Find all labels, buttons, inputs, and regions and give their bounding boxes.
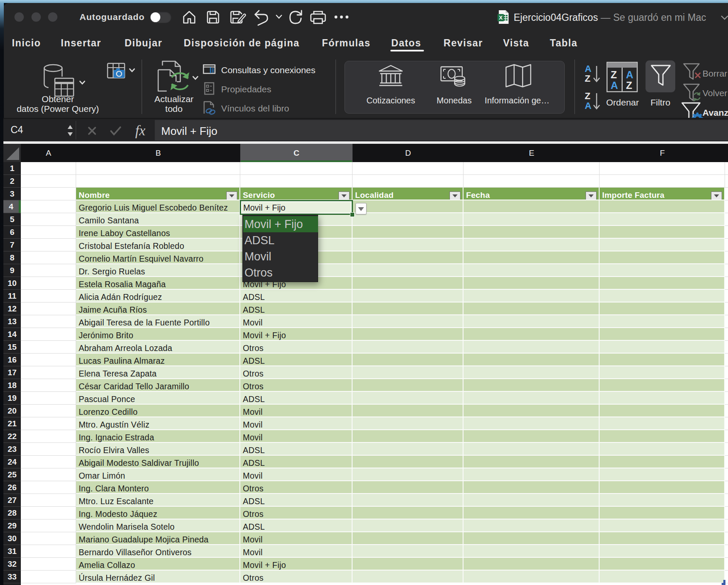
svg-text:A: A <box>611 80 618 91</box>
svg-text:Z: Z <box>585 73 590 84</box>
svg-text:A: A <box>585 100 592 111</box>
svg-text:Z: Z <box>626 80 632 91</box>
svg-text:Z: Z <box>611 69 617 80</box>
svg-text:A: A <box>626 69 633 80</box>
svg-text:Z: Z <box>585 91 590 101</box>
svg-text:A: A <box>585 63 592 74</box>
svg-text:X: X <box>499 14 503 21</box>
